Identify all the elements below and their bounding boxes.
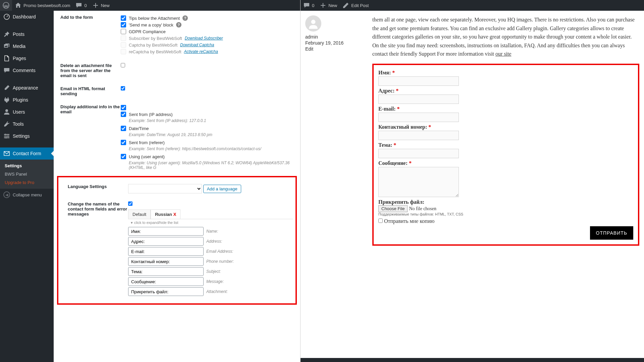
cf-submit-button[interactable]: ОТПРАВИТЬ [590, 226, 633, 240]
author-link[interactable]: admin [305, 34, 366, 40]
field-name-hint: Address: [206, 239, 222, 244]
field-name-input[interactable] [128, 247, 204, 256]
field-name-input[interactable] [128, 287, 204, 296]
cf-sendcopy-checkbox[interactable] [378, 219, 383, 223]
svg-point-6 [311, 20, 316, 24]
tips-checkbox[interactable] [121, 15, 126, 21]
sidebar-item-plugins[interactable]: Plugins [0, 94, 54, 106]
help-icon[interactable]: ? [182, 15, 188, 21]
new-label: New [101, 3, 110, 8]
referer-checkbox[interactable] [121, 140, 126, 145]
sidebar-item-settings[interactable]: Settings [0, 130, 54, 142]
edit-label: Edit Post [351, 3, 369, 8]
download-captcha-link[interactable]: Download Captcha [180, 43, 214, 47]
recaptcha-checkbox [121, 49, 126, 54]
comments-menu[interactable]: 0 [73, 0, 89, 11]
tips-label: Tips below the Attachment [129, 16, 180, 21]
field-name-row: Address: [128, 236, 293, 246]
change-names-checkbox[interactable] [128, 201, 132, 206]
display-info-master-checkbox[interactable] [121, 105, 126, 110]
field-name-hint: Phone number: [206, 259, 234, 264]
sidebar-item-tools[interactable]: Tools [0, 118, 54, 130]
submenu-settings[interactable]: Settings [0, 162, 54, 170]
sidebar-item-media[interactable]: Media [0, 40, 54, 52]
collapse-label: Collapse menu [13, 192, 42, 197]
sidebar-item-pages[interactable]: Pages [0, 52, 54, 64]
new-content-menu[interactable]: New [90, 0, 112, 11]
delete-attachment-checkbox[interactable] [121, 63, 125, 67]
svg-point-3 [5, 134, 6, 135]
cf-name-input[interactable] [378, 76, 459, 86]
comment-icon [75, 2, 82, 9]
language-settings-highlight: Language Settings Add a language Change … [57, 176, 297, 305]
admin-sidebar: Dashboard Posts Media Pages Comments App… [0, 11, 54, 362]
cf-address-input[interactable] [378, 95, 459, 104]
file-status: No file chosen [409, 206, 436, 211]
sidebar-item-comments[interactable]: Comments [0, 64, 54, 76]
sidebar-item-label: Tools [13, 121, 24, 127]
plus-icon [92, 2, 99, 9]
sendcopy-checkbox[interactable] [121, 22, 126, 27]
new-content-menu[interactable]: New [317, 0, 340, 11]
activate-recaptcha-link[interactable]: Activate reCaptcha [184, 49, 218, 54]
agent-checkbox[interactable] [121, 154, 126, 159]
edit-link[interactable]: Edit [305, 46, 366, 52]
field-name-input[interactable] [128, 227, 204, 236]
cf-subject-input[interactable] [378, 149, 459, 158]
sliders-icon [3, 133, 10, 139]
cf-phone-input[interactable] [378, 131, 459, 140]
download-subscriber-link[interactable]: Download Subscriber [185, 36, 223, 41]
add-language-button[interactable]: Add a language [203, 185, 241, 193]
tab-russian[interactable]: RussianX [151, 209, 180, 219]
sidebar-item-label: Media [13, 44, 25, 49]
choose-file-button[interactable]: Choose File [378, 205, 408, 212]
contact-form-highlight: Имя: * Адрес: * E-mail: * Контактный ном… [372, 64, 639, 246]
avatar [305, 15, 321, 32]
ip-checkbox[interactable] [121, 112, 126, 117]
sidebar-item-users[interactable]: Users [0, 106, 54, 118]
comment-icon [3, 67, 10, 74]
edit-post-menu[interactable]: Edit Post [340, 0, 371, 11]
field-name-input[interactable] [128, 277, 204, 286]
our-site-link[interactable]: our site [495, 51, 512, 57]
plus-icon [320, 2, 326, 9]
field-name-input[interactable] [128, 267, 204, 276]
site-name-menu[interactable]: Promo bestwebsoft.com [12, 0, 73, 11]
tab-default[interactable]: Default [128, 209, 151, 219]
envelope-icon [3, 150, 10, 157]
field-name-input[interactable] [128, 237, 204, 246]
sidebar-item-contact-form[interactable]: Contact Form [0, 147, 54, 160]
language-select[interactable] [128, 184, 202, 193]
page-icon [3, 55, 10, 62]
field-name-row: Subject: [128, 266, 293, 277]
close-icon[interactable]: X [173, 212, 176, 217]
help-icon[interactable]: ? [176, 22, 181, 27]
field-name-hint: Name: [206, 229, 218, 234]
referer-label: Sent from (referer) [129, 140, 165, 145]
file-types-hint: Поддерживаемые типы файлов: HTML, TXT, C… [378, 212, 633, 216]
html-format-checkbox[interactable] [121, 86, 125, 90]
dashboard-icon [3, 13, 10, 20]
cf-attach-label: Прикрепить файл: [378, 199, 424, 205]
cf-message-input[interactable] [378, 167, 459, 197]
cf-email-input[interactable] [378, 113, 459, 122]
collapse-menu-button[interactable]: ◀Collapse menu [0, 189, 54, 201]
date-checkbox[interactable] [121, 126, 126, 131]
svg-point-2 [5, 109, 8, 112]
submenu-upgrade[interactable]: Upgrade to Pro [0, 178, 54, 187]
html-format-label: Email in HTML format sending [54, 86, 121, 96]
field-name-input[interactable] [128, 257, 204, 266]
sidebar-item-label: Pages [13, 56, 26, 61]
comments-menu[interactable]: 0 [301, 0, 317, 11]
gdpr-checkbox[interactable] [121, 29, 126, 34]
sidebar-item-appearance[interactable]: Appearance [0, 82, 54, 94]
sidebar-item-posts[interactable]: Posts [0, 28, 54, 40]
sidebar-item-dashboard[interactable]: Dashboard [0, 11, 54, 23]
svg-point-4 [7, 135, 9, 137]
expand-toggle[interactable]: click to expand/hide the list [128, 219, 293, 226]
wp-logo-menu[interactable] [0, 0, 12, 11]
field-name-hint: Email Address: [206, 249, 233, 254]
post-date[interactable]: February 19, 2016 [305, 40, 366, 46]
media-icon [3, 43, 10, 50]
submenu-bws-panel[interactable]: BWS Panel [0, 170, 54, 178]
